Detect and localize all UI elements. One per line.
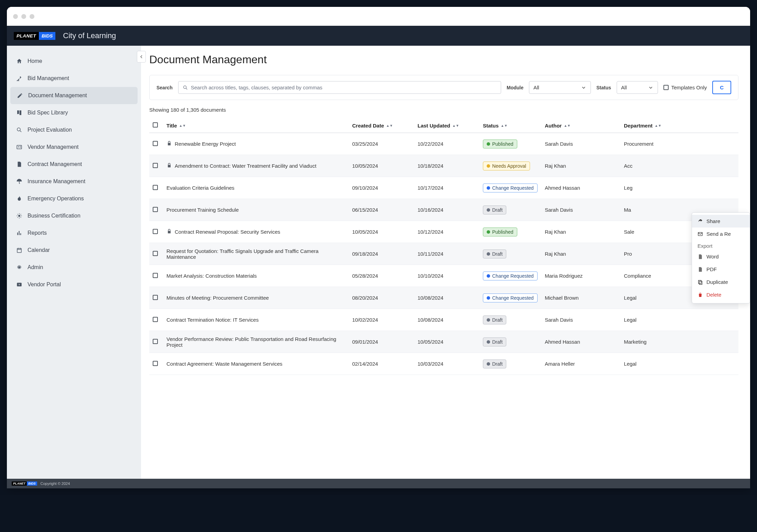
sidebar-item-label: Emergency Operations [28,196,84,202]
doc-dept: Pro [624,251,693,257]
table-row[interactable]: Contract Agreement: Waste Management Ser… [149,353,738,375]
row-checkbox[interactable] [153,295,158,300]
create-button[interactable]: C [712,81,731,94]
sidebar-item-home[interactable]: Home [7,53,141,70]
table-row[interactable]: Contract Termination Notice: IT Services… [149,309,738,331]
col-author[interactable]: Author▲▼ [545,123,624,129]
sidebar-item-label: Project Evaluation [28,127,72,133]
sort-icon: ▲▼ [501,124,508,128]
ctx-delete[interactable]: Delete [692,288,750,301]
status-select[interactable]: All [617,81,658,94]
status-badge: Published [483,228,517,236]
search-input[interactable]: Search across titles, tags, clauses, sep… [178,81,501,94]
col-updated[interactable]: Last Updated▲▼ [418,123,483,129]
svg-rect-1 [17,145,22,149]
home-icon [16,58,23,64]
sidebar-item-contract-management[interactable]: Contract Management [7,156,141,173]
col-title[interactable]: Title▲▼ [166,123,352,129]
ctx-word[interactable]: Word [692,250,750,263]
table-row[interactable]: Procurement Training Schedule06/15/20241… [149,199,738,221]
doc-dept: Acc [624,163,693,169]
trash-icon [697,292,703,298]
row-checkbox[interactable] [153,185,158,190]
sidebar-item-document-management[interactable]: Document Management [10,87,138,104]
row-checkbox[interactable] [153,317,158,322]
row-checkbox[interactable] [153,361,158,366]
ctx-share[interactable]: Share [692,215,750,228]
traffic-light-max[interactable] [30,14,34,19]
checkbox-icon [663,85,669,90]
col-status[interactable]: Status▲▼ [483,123,545,129]
sidebar-item-insurance-management[interactable]: Insurance Management [7,173,141,190]
doc-dept: Marketing [624,339,693,345]
sidebar-item-reports[interactable]: Reports [7,224,141,242]
ctx-duplicate[interactable]: Duplicate [692,276,750,288]
row-checkbox[interactable] [153,141,158,146]
portal-icon: V [16,281,23,288]
doc-author: Sarah Davis [545,141,624,147]
row-checkbox[interactable] [153,163,158,168]
doc-created: 10/05/2024 [352,229,418,235]
table-row[interactable]: Minutes of Meeting: Procurement Committe… [149,287,738,309]
doc-title: Renewable Energy Project [175,141,236,147]
sidebar-item-admin[interactable]: Admin [7,259,141,276]
table-row[interactable]: Request for Quotation: Traffic Signals U… [149,243,738,265]
duplicate-icon [697,279,703,285]
row-checkbox[interactable] [153,273,158,278]
sidebar-item-label: Bid Management [28,75,69,81]
sidebar-item-bid-management[interactable]: Bid Management [7,70,141,87]
sidebar-item-vendor-management[interactable]: Vendor Management [7,138,141,156]
ctx-send[interactable]: Send a Re [692,228,750,240]
mail-icon [697,231,703,237]
row-checkbox[interactable] [153,229,158,234]
sidebar-item-calendar[interactable]: Calendar [7,242,141,259]
sort-icon: ▲▼ [564,124,571,128]
sidebar-item-label: Business Certification [28,213,80,219]
templates-only-checkbox[interactable]: Templates Only [663,85,707,90]
logo-bids: BIDS [39,32,55,40]
doc-updated: 10/12/2024 [418,229,483,235]
table-row[interactable]: Market Analysis: Construction Materials0… [149,265,738,287]
table-row[interactable]: Amendment to Contract: Water Treatment F… [149,155,738,177]
row-checkbox[interactable] [153,207,158,212]
traffic-light-min[interactable] [21,14,26,19]
table-row[interactable]: Renewable Energy Project03/25/202410/22/… [149,133,738,155]
table-row[interactable]: Vendor Performance Review: Public Transp… [149,331,738,353]
doc-title: Procurement Training Schedule [166,207,239,213]
svg-rect-4 [17,248,21,253]
doc-author: Sarah Davis [545,317,624,323]
topbar: PLANET BIDS City of Learning [7,26,750,46]
sidebar-item-label: Admin [28,264,43,270]
idcard-icon [16,144,23,150]
sidebar-item-business-certification[interactable]: Business Certification [7,207,141,224]
doc-created: 05/28/2024 [352,273,418,279]
doc-updated: 10/18/2024 [418,163,483,169]
table-row[interactable]: Contract Renewal Proposal: Security Serv… [149,221,738,243]
doc-dept: Ma [624,207,693,213]
status-badge: Draft [483,250,506,258]
sidebar-item-vendor-portal[interactable]: VVendor Portal [7,276,141,293]
col-created[interactable]: Created Date▲▼ [352,123,418,129]
module-select[interactable]: All [529,81,591,94]
doc-created: 10/02/2024 [352,317,418,323]
sidebar-item-project-evaluation[interactable]: Project Evaluation [7,121,141,138]
row-checkbox[interactable] [153,251,158,256]
ctx-pdf[interactable]: PDF [692,263,750,276]
status-badge: Draft [483,359,506,368]
doc-updated: 10/22/2024 [418,141,483,147]
sidebar-item-bid-spec-library[interactable]: Bid Spec Library [7,104,141,121]
doc-title: Vendor Performance Review: Public Transp… [166,336,347,348]
select-all-checkbox[interactable] [153,122,158,128]
doc-dept: Compliance [624,273,693,279]
table-row[interactable]: Evaluation Criteria Guidelines09/10/2024… [149,177,738,199]
sun-icon [16,213,23,219]
doc-created: 03/25/2024 [352,141,418,147]
traffic-light-close[interactable] [13,14,18,19]
status-badge: Change Requested [483,184,538,192]
status-badge: Draft [483,337,506,346]
lock-icon [166,163,171,169]
row-checkbox[interactable] [153,339,158,344]
col-dept[interactable]: Department▲▼ [624,123,693,129]
sidebar-item-emergency-operations[interactable]: Emergency Operations [7,190,141,207]
sidebar-collapse-button[interactable] [137,51,146,63]
